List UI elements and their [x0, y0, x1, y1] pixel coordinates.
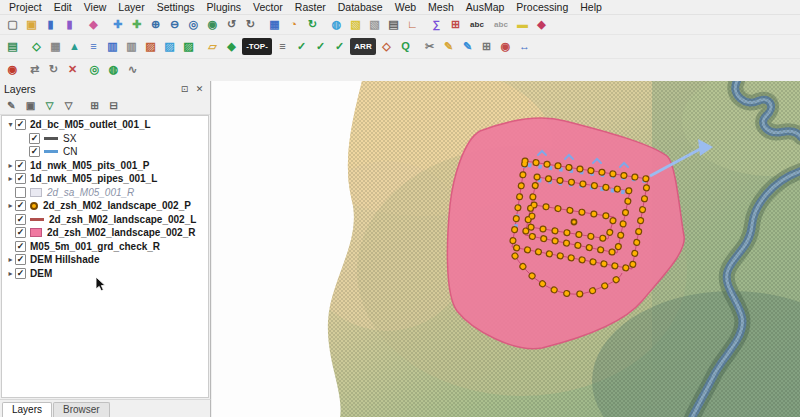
edit-polygon-icon[interactable]: ✎: [440, 38, 457, 55]
data-source-manager-icon[interactable]: ▤: [4, 38, 21, 55]
edit-line-icon[interactable]: ✎: [459, 38, 476, 55]
arr-tool-icon[interactable]: ARR: [350, 38, 376, 55]
add-delimited-text-icon[interactable]: ≡: [85, 38, 102, 55]
menu-item[interactable]: Processing: [510, 0, 574, 14]
field-calculator-icon[interactable]: ⊞: [478, 38, 495, 55]
text-annotation-icon[interactable]: ▬: [514, 16, 531, 33]
tab-browser[interactable]: Browser: [53, 402, 110, 417]
filter-legend-icon[interactable]: ▽: [41, 98, 58, 114]
expander-icon[interactable]: ▸: [6, 161, 15, 170]
check-mesh-icon[interactable]: ✓: [331, 38, 348, 55]
layer-list-icon[interactable]: ≡: [274, 38, 291, 55]
layer-checkbox[interactable]: ✓: [15, 254, 26, 265]
add-postgis-icon[interactable]: ▥: [104, 38, 121, 55]
pin-label-icon[interactable]: ◉: [497, 38, 514, 55]
processing-toolbox-icon[interactable]: ⊞: [447, 16, 464, 33]
label-pin-icon[interactable]: abc: [490, 16, 512, 33]
add-ring-icon[interactable]: ◎: [86, 61, 103, 78]
pan-map-icon[interactable]: ✚: [109, 16, 126, 33]
qgis-q-icon[interactable]: Q: [397, 38, 414, 55]
form-annotation-icon[interactable]: ◆: [533, 16, 550, 33]
layer-checkbox[interactable]: ✓: [15, 119, 26, 130]
panel-close-button[interactable]: ✕: [193, 83, 206, 96]
zoom-to-layer-icon[interactable]: ◉: [204, 16, 221, 33]
map-canvas[interactable]: [212, 81, 800, 417]
label-toolbar-icon[interactable]: abc: [466, 16, 488, 33]
zoom-in-icon[interactable]: ⊕: [147, 16, 164, 33]
open-project-icon[interactable]: ▣: [23, 16, 40, 33]
split-features-icon[interactable]: ✕: [64, 61, 81, 78]
symbol-SX[interactable]: ✓ SX: [2, 132, 208, 146]
remove-layer-icon[interactable]: ⊟: [105, 98, 122, 114]
menu-item[interactable]: Layer: [112, 0, 150, 14]
pan-to-selection-icon[interactable]: ✚: [128, 16, 145, 33]
menu-item[interactable]: AusMap: [460, 0, 511, 14]
expander-icon[interactable]: ▸: [6, 269, 15, 278]
cut-features-icon[interactable]: ✂: [421, 38, 438, 55]
expand-all-icon[interactable]: ⊞: [86, 98, 103, 114]
vertex-editor-icon[interactable]: ⇄: [26, 61, 43, 78]
zoom-out-icon[interactable]: ⊖: [166, 16, 183, 33]
vertex-tool-icon[interactable]: ◇: [378, 38, 395, 55]
measure-icon[interactable]: ∟: [404, 16, 421, 33]
top-toolbar-icon[interactable]: -TOP-: [242, 38, 272, 55]
select-features-icon[interactable]: ▧: [347, 16, 364, 33]
zoom-full-icon[interactable]: ◎: [185, 16, 202, 33]
add-spatialite-icon[interactable]: ▥: [123, 38, 140, 55]
new-shapefile-icon[interactable]: ▱: [204, 38, 221, 55]
layer-checkbox[interactable]: ✓: [15, 160, 26, 171]
check-grid-icon[interactable]: ✓: [312, 38, 329, 55]
deselect-features-icon[interactable]: ▧: [366, 16, 383, 33]
refresh-map-icon[interactable]: ↻: [304, 16, 321, 33]
layer-checkbox[interactable]: ✓: [15, 200, 26, 211]
menu-item[interactable]: View: [78, 0, 113, 14]
temporal-controller-icon[interactable]: ◔: [285, 16, 302, 33]
layer-2d_zsh_M02_landscape_002_R[interactable]: ✓ 2d_zsh_M02_landscape_002_R: [2, 226, 208, 240]
expander-icon[interactable]: ▾: [6, 120, 15, 129]
open-layer-styling-icon[interactable]: ✎: [3, 98, 20, 114]
save-project-as-icon[interactable]: ▮: [61, 16, 78, 33]
menu-item[interactable]: Help: [574, 0, 608, 14]
save-project-icon[interactable]: ▮: [42, 16, 59, 33]
menu-item[interactable]: Web: [389, 0, 422, 14]
new-geopackage-icon[interactable]: ◆: [223, 38, 240, 55]
menu-item[interactable]: Raster: [289, 0, 332, 14]
attribute-table-icon[interactable]: ▤: [385, 16, 402, 33]
layer-1d_nwk_M05_pits_001_P[interactable]: ▸ ✓ 1d_nwk_M05_pits_001_P: [2, 159, 208, 173]
layer-2d_zsh_M02_landscape_002_L[interactable]: ✓ 2d_zsh_M02_landscape_002_L: [2, 213, 208, 227]
symbol-CN[interactable]: ✓ CN: [2, 145, 208, 159]
check-dem-icon[interactable]: ✓: [293, 38, 310, 55]
new-project-icon[interactable]: ▢: [4, 16, 21, 33]
layer-2d_bc_M05_outlet_001_L[interactable]: ▾ ✓ 2d_bc_M05_outlet_001_L: [2, 118, 208, 132]
statistics-icon[interactable]: ∑: [428, 16, 445, 33]
add-vector-layer-icon[interactable]: ◇: [28, 38, 45, 55]
tab-layers[interactable]: Layers: [2, 402, 52, 417]
expander-icon[interactable]: ▸: [6, 174, 15, 183]
menu-item[interactable]: Settings: [151, 0, 201, 14]
layer-DEM[interactable]: ▸ ✓ DEM: [2, 267, 208, 281]
rotate-feature-icon[interactable]: ↻: [45, 61, 62, 78]
menu-item[interactable]: Database: [332, 0, 389, 14]
move-label-icon[interactable]: ↔: [516, 38, 533, 55]
layer-checkbox[interactable]: ✓: [15, 241, 26, 252]
add-wfs-icon[interactable]: ▨: [180, 38, 197, 55]
layer-checkbox[interactable]: ✓: [29, 133, 40, 144]
zoom-last-icon[interactable]: ↺: [223, 16, 240, 33]
filter-expression-icon[interactable]: ▽: [60, 98, 77, 114]
new-map-view-icon[interactable]: ▦: [266, 16, 283, 33]
layer-DEM-Hillshade[interactable]: ▸ ✓ DEM Hillshade: [2, 253, 208, 267]
menu-item[interactable]: Edit: [48, 0, 78, 14]
identify-features-icon[interactable]: ◍: [328, 16, 345, 33]
add-wms-icon[interactable]: ▨: [142, 38, 159, 55]
layer-checkbox[interactable]: ✓: [29, 146, 40, 157]
fill-ring-icon[interactable]: ◍: [105, 61, 122, 78]
layer-checkbox[interactable]: ✓: [15, 227, 26, 238]
layer-1d_nwk_M05_pipes_001_L[interactable]: ▸ ✓ 1d_nwk_M05_pipes_001_L: [2, 172, 208, 186]
layer-checkbox[interactable]: ✓: [15, 214, 26, 225]
style-manager-icon[interactable]: ◆: [85, 16, 102, 33]
add-group-icon[interactable]: ▣: [22, 98, 39, 114]
reshape-icon[interactable]: ∿: [124, 61, 141, 78]
layer-M05_5m_001_grd_check_R[interactable]: ✓ M05_5m_001_grd_check_R: [2, 240, 208, 254]
zoom-next-icon[interactable]: ↻: [242, 16, 259, 33]
menu-item[interactable]: Mesh: [422, 0, 460, 14]
